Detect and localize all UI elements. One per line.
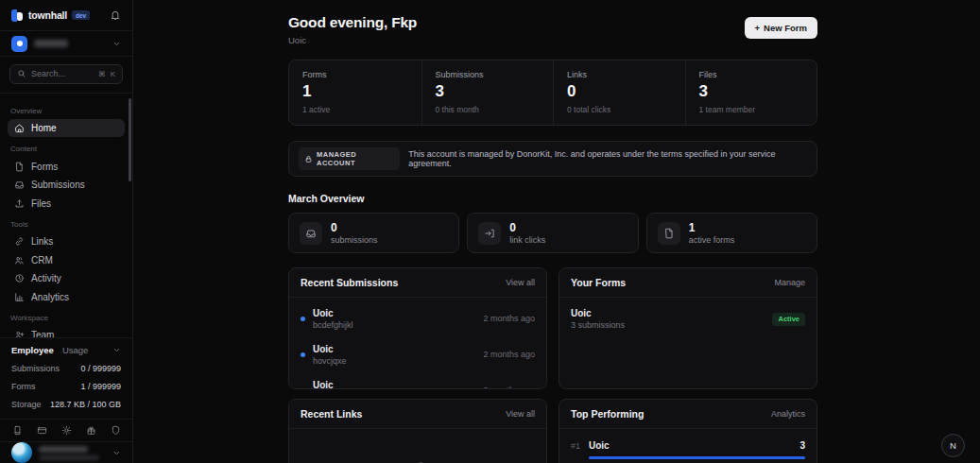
- nav-label: Activity: [31, 273, 61, 283]
- app-title: townhall: [28, 9, 67, 21]
- book-icon[interactable]: [12, 425, 23, 436]
- top-form-value: 3: [799, 440, 805, 451]
- sidebar-item-crm[interactable]: CRM: [8, 250, 125, 269]
- form-row[interactable]: Uoic 3 submissions Active: [559, 298, 817, 340]
- usage-label: Submissions: [11, 364, 60, 373]
- sidebar-item-analytics[interactable]: Analytics: [8, 287, 125, 306]
- clock-icon: [14, 273, 25, 283]
- usage-row-forms: Forms 1 / 999999: [11, 378, 121, 396]
- sidebar-nav: Overview Home Content Forms Submissions …: [0, 94, 132, 337]
- upload-icon: [14, 198, 25, 209]
- file-icon: [658, 222, 680, 245]
- floating-n-button[interactable]: N: [941, 434, 965, 457]
- home-icon: [14, 123, 25, 133]
- recent-links-panel: Recent Links View all No links yet Creat…: [288, 399, 547, 463]
- sidebar-item-submissions[interactable]: Submissions: [8, 176, 125, 195]
- user-avatar: [11, 442, 32, 463]
- shortcut-k-key: K: [111, 70, 115, 78]
- nav-label: Home: [31, 123, 57, 133]
- link-icon: [406, 459, 429, 463]
- lock-icon: [304, 155, 313, 163]
- sidebar-item-home[interactable]: Home: [8, 119, 125, 138]
- stat-value: 3: [436, 82, 541, 101]
- view-all-links-link[interactable]: View all: [506, 409, 535, 419]
- arrow-into-bracket-icon: [478, 222, 501, 245]
- stat-label: Files: [699, 70, 804, 79]
- users-icon: [14, 255, 25, 266]
- sidebar-item-links[interactable]: Links: [8, 232, 125, 251]
- top-performing-row[interactable]: #1 Uoic 3: [559, 429, 817, 459]
- workspace-switcher[interactable]: [0, 31, 132, 56]
- dev-badge: dev: [72, 10, 90, 20]
- dashboard-grid: Recent Submissions View all Uoic bcdefgh…: [288, 267, 817, 463]
- user-email-redacted: [39, 455, 99, 460]
- stat-label: Links: [567, 70, 672, 79]
- bell-icon[interactable]: [110, 9, 121, 21]
- form-subtitle: 3 submissions: [571, 320, 625, 330]
- tab-employee[interactable]: Employee: [11, 345, 54, 355]
- links-empty-state: No links yet Create a short link: [289, 429, 546, 463]
- search-input[interactable]: [31, 69, 94, 78]
- shield-icon[interactable]: [111, 425, 121, 436]
- analytics-link[interactable]: Analytics: [771, 409, 805, 419]
- chevron-down-icon: [112, 40, 121, 48]
- nav-label: Files: [31, 198, 51, 209]
- inbox-icon: [14, 180, 25, 190]
- nav-label: Analytics: [31, 292, 69, 302]
- stats-summary: Forms 1 1 active Submissions 3 0 this mo…: [288, 60, 817, 126]
- user-plus-icon: [14, 330, 25, 337]
- submission-title: Uoic: [313, 380, 334, 390]
- nav-label: Forms: [31, 162, 58, 172]
- gift-icon[interactable]: [86, 425, 96, 436]
- form-title: Uoic: [571, 308, 625, 318]
- nav-label: Team: [31, 330, 54, 337]
- chevron-down-icon: [112, 449, 121, 457]
- submission-title: Uoic: [313, 308, 353, 318]
- page-header: Good evening, Fkp Uoic + New Form: [288, 14, 817, 45]
- stat-forms: Forms 1 1 active: [289, 60, 421, 125]
- user-menu[interactable]: [0, 441, 132, 463]
- sidebar-item-activity[interactable]: Activity: [8, 269, 125, 288]
- top-performing-panel: Top Performing Analytics #1 Uoic 3: [559, 399, 817, 463]
- sun-icon[interactable]: [61, 425, 72, 436]
- inbox-icon: [300, 222, 322, 245]
- townhall-logo-icon: [11, 9, 24, 22]
- view-all-submissions-link[interactable]: View all: [506, 278, 535, 287]
- stat-label: Forms: [302, 70, 408, 79]
- overview-label: active forms: [689, 235, 735, 245]
- bar-chart-icon: [14, 292, 25, 302]
- overview-value: 0: [331, 221, 378, 234]
- sidebar-header: townhall dev: [0, 0, 132, 31]
- usage-collapse-chevron-icon[interactable]: [112, 346, 121, 354]
- tab-usage[interactable]: Usage: [62, 345, 88, 355]
- submission-row[interactable]: Uoic xur 2 months ago: [301, 372, 535, 389]
- submission-time: 2 months ago: [483, 386, 535, 389]
- user-name-redacted: [39, 446, 88, 453]
- sidebar-footer-icons: [0, 419, 132, 441]
- stat-sub: 0 total clicks: [567, 105, 672, 114]
- submission-row[interactable]: Uoic bcdefghijkl 2 months ago: [301, 300, 535, 336]
- stat-value: 3: [699, 82, 804, 101]
- submission-subtitle: bcdefghijkl: [313, 320, 353, 330]
- new-form-label: New Form: [764, 23, 807, 33]
- search-box[interactable]: ⌘ K: [9, 64, 123, 84]
- submission-row[interactable]: Uoic hovcjqxe 2 months ago: [301, 336, 535, 372]
- recent-links-title: Recent Links: [301, 408, 362, 420]
- overview-label: link clicks: [509, 235, 545, 245]
- sidebar-item-team[interactable]: Team: [8, 326, 125, 337]
- progress-bar: [589, 456, 805, 459]
- sidebar-item-forms[interactable]: Forms: [8, 157, 125, 176]
- nav-label: Submissions: [31, 180, 85, 190]
- stat-sub: 1 team member: [699, 105, 804, 114]
- overview-value: 1: [689, 221, 735, 234]
- new-form-button[interactable]: + New Form: [745, 17, 818, 39]
- sidebar-item-files[interactable]: Files: [8, 194, 125, 213]
- top-form-title: Uoic: [589, 440, 610, 451]
- manage-forms-link[interactable]: Manage: [774, 278, 805, 287]
- nav-section-workspace: Workspace: [10, 314, 122, 322]
- sidebar-scrollbar[interactable]: [129, 98, 131, 181]
- usage-label: Forms: [11, 382, 36, 391]
- credit-card-icon[interactable]: [37, 425, 47, 436]
- march-overview-title: March Overview: [288, 193, 817, 204]
- stat-sub: 1 active: [302, 105, 408, 114]
